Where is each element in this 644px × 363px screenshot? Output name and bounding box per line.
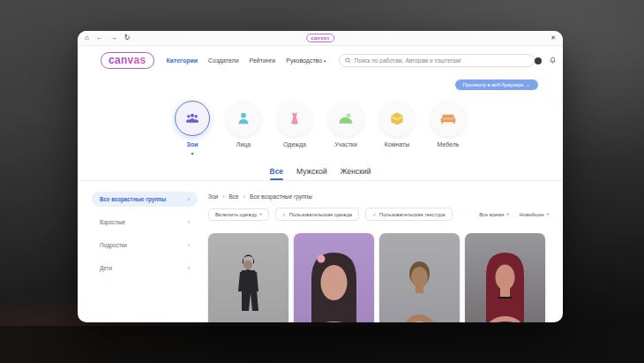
category-zoi[interactable]: Зои ▾ bbox=[172, 101, 213, 155]
sidebar-item-adults[interactable]: Взрослые › bbox=[92, 215, 198, 230]
window-titlebar: ⌂ ← → ↻ canvas ✕ bbox=[78, 31, 563, 46]
filter-bar: Включить одежду ▾ ✓ Пользовательская оде… bbox=[208, 208, 549, 221]
home-icon[interactable]: ⌂ bbox=[85, 34, 89, 42]
site-header: canvas Категории Создатели Рейтинги Руко… bbox=[78, 46, 563, 74]
chevron-right-icon: › bbox=[243, 193, 245, 200]
character-thumbnail bbox=[379, 233, 460, 322]
sidebar-item-children[interactable]: Дети › bbox=[92, 261, 198, 276]
lot-icon bbox=[337, 110, 355, 127]
browser-window: ⌂ ← → ↻ canvas ✕ canvas Категории Создат… bbox=[78, 31, 563, 322]
search-icon bbox=[345, 57, 351, 64]
desktop-background-strip bbox=[0, 326, 644, 363]
age-group-sidebar: Все возрастные группы › Взрослые › Подро… bbox=[92, 192, 198, 322]
category-faces[interactable]: Лица bbox=[223, 101, 264, 155]
main-nav: Категории Создатели Рейтинги Руководство… bbox=[167, 57, 326, 64]
custom-texture-checkbox[interactable]: ✓ Пользовательская текстура bbox=[365, 208, 453, 221]
forward-icon[interactable]: → bbox=[110, 34, 117, 42]
sidebar-item-teens[interactable]: Подростки › bbox=[92, 238, 198, 253]
refresh-icon[interactable]: ↻ bbox=[124, 34, 131, 42]
chevron-right-icon: › bbox=[188, 196, 190, 202]
view-in-browser-button[interactable]: Просмотр в веб-браузере → bbox=[455, 79, 538, 90]
chevron-down-icon: ▾ bbox=[259, 212, 261, 216]
character-card[interactable] bbox=[465, 233, 545, 322]
dress-icon bbox=[286, 110, 303, 127]
category-furniture[interactable]: Мебель bbox=[428, 101, 468, 155]
tab-male[interactable]: Мужской bbox=[296, 167, 327, 180]
breadcrumb-all[interactable]: Все bbox=[229, 193, 239, 200]
breadcrumb-all-ages[interactable]: Все возрастные группы bbox=[250, 193, 312, 200]
category-clothing[interactable]: Одежда bbox=[274, 101, 315, 155]
chevron-down-icon: ▾ bbox=[547, 212, 549, 216]
tab-all[interactable]: Все bbox=[270, 167, 284, 180]
clothing-filter-dropdown[interactable]: Включить одежду ▾ bbox=[208, 208, 269, 221]
nav-creators[interactable]: Создатели bbox=[208, 57, 239, 64]
sofa-icon bbox=[439, 110, 457, 127]
character-thumbnail bbox=[465, 233, 545, 322]
character-thumbnail bbox=[208, 233, 288, 322]
character-thumbnail bbox=[294, 233, 374, 322]
chevron-down-icon[interactable]: ▾ bbox=[191, 150, 193, 155]
breadcrumb-zoi[interactable]: Зои bbox=[208, 193, 218, 200]
tab-female[interactable]: Женский bbox=[341, 167, 371, 180]
nav-ratings[interactable]: Рейтинги bbox=[250, 57, 276, 64]
close-icon[interactable]: ✕ bbox=[550, 34, 556, 42]
nav-categories[interactable]: Категории bbox=[167, 57, 198, 64]
character-card[interactable] bbox=[379, 233, 460, 322]
sort-order-dropdown[interactable]: Новейшие ▾ bbox=[520, 212, 549, 217]
search-bar[interactable] bbox=[339, 54, 535, 67]
category-lots[interactable]: Участки bbox=[326, 101, 366, 155]
category-row: Зои ▾ Лица Одежда Участки bbox=[78, 101, 563, 155]
category-rooms[interactable]: Комнаты bbox=[377, 101, 417, 155]
chevron-down-icon: ▾ bbox=[506, 212, 508, 216]
chevron-right-icon: › bbox=[188, 219, 190, 225]
bell-icon[interactable] bbox=[549, 57, 557, 64]
titlebar-logo: canvas bbox=[306, 34, 334, 42]
search-input[interactable] bbox=[355, 57, 528, 64]
gender-tabs: Все Мужской Женский bbox=[78, 167, 563, 180]
face-icon bbox=[235, 110, 252, 127]
room-icon bbox=[388, 110, 406, 127]
nav-guide[interactable]: Руководство ▾ bbox=[286, 57, 326, 64]
checkmark-icon: ✓ bbox=[282, 211, 287, 217]
custom-clothing-checkbox[interactable]: ✓ Пользовательская одежда bbox=[275, 208, 359, 221]
chevron-down-icon: ▾ bbox=[324, 58, 326, 64]
zoi-people-icon bbox=[183, 110, 201, 127]
canvas-logo[interactable]: canvas bbox=[101, 52, 154, 69]
chevron-right-icon: › bbox=[222, 193, 224, 200]
breadcrumb: Зои › Все › Все возрастные группы bbox=[208, 192, 549, 200]
results-grid bbox=[208, 233, 549, 322]
chevron-right-icon: › bbox=[188, 265, 190, 271]
sidebar-item-all-ages[interactable]: Все возрастные группы › bbox=[92, 192, 198, 207]
character-card[interactable] bbox=[208, 233, 288, 322]
time-filter-dropdown[interactable]: Все время ▾ bbox=[479, 212, 509, 217]
chevron-right-icon: › bbox=[188, 242, 190, 248]
character-card[interactable] bbox=[294, 233, 374, 322]
theme-icon[interactable] bbox=[535, 57, 542, 64]
back-icon[interactable]: ← bbox=[96, 34, 103, 42]
checkmark-icon: ✓ bbox=[372, 211, 377, 217]
